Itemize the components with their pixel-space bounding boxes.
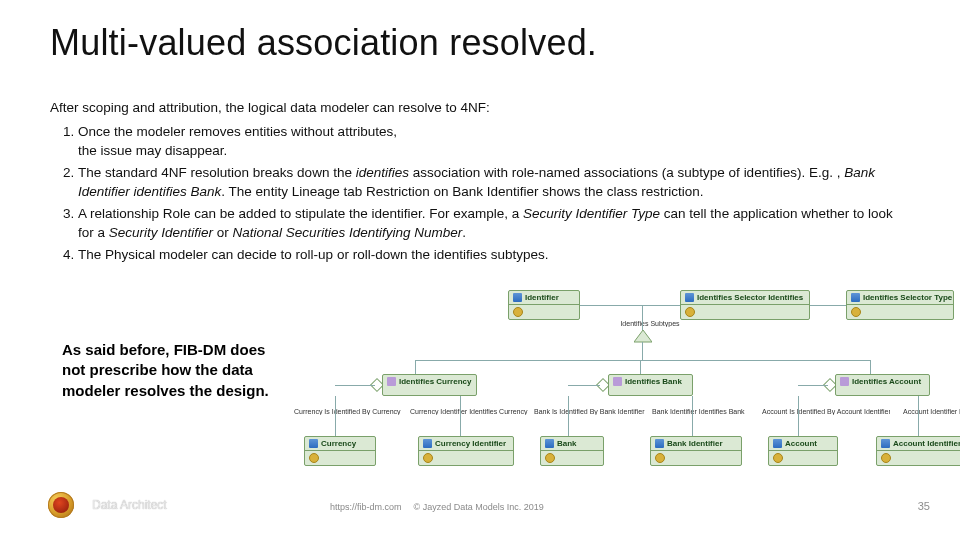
assoc-label: Account Is Identified By Account Identif…: [762, 408, 890, 415]
key-icon: [513, 307, 523, 317]
callout-text: As said before, FIB-DM does not prescrib…: [62, 340, 287, 401]
entity-icon: [773, 439, 782, 448]
entity-icon: [881, 439, 890, 448]
footer-center: https://fib-dm.com © Jayzed Data Models …: [330, 502, 544, 512]
slide-title: Multi-valued association resolved.: [50, 22, 597, 64]
key-icon: [685, 307, 695, 317]
key-icon: [881, 453, 891, 463]
assoc-icon: [840, 377, 849, 386]
key-icon: [309, 453, 319, 463]
connector: [460, 396, 461, 436]
connector: [810, 305, 846, 306]
assoc-label: Currency Is Identified By Currency: [294, 408, 402, 415]
entity-bank: Bank: [540, 436, 604, 466]
entity-currency-identifier: Currency Identifier: [418, 436, 514, 466]
connector: [642, 305, 643, 330]
entity-account-identifier: Account Identifier: [876, 436, 960, 466]
connector: [335, 385, 375, 386]
connector: [692, 396, 693, 436]
entity-identifies-currency: Identifies Currency: [382, 374, 477, 396]
connector: [642, 342, 643, 360]
list-item: The standard 4NF resolution breaks down …: [78, 163, 910, 202]
list-item: Once the modeler removes entities withou…: [78, 122, 910, 161]
footer: Data Architect https://fib-dm.com © Jayz…: [0, 496, 960, 522]
connector: [798, 385, 828, 386]
connector: [568, 396, 569, 436]
entity-selector-type: Identifies Selector Type: [846, 290, 954, 320]
connector: [580, 305, 680, 306]
entity-selector-identifies: Identifies Selector Identifies: [680, 290, 810, 320]
er-diagram: Identifier Identifies Subtypes Identifie…: [300, 290, 960, 480]
entity-icon: [655, 439, 664, 448]
connector: [918, 396, 919, 436]
page-number: 35: [918, 500, 930, 512]
numbered-list: Once the modeler removes entities withou…: [50, 122, 910, 265]
entity-icon: [513, 293, 522, 302]
badge-icon: [48, 492, 74, 518]
entity-icon: [309, 439, 318, 448]
connector: [568, 385, 600, 386]
list-item: The Physical modeler can decide to roll-…: [78, 245, 910, 265]
connector: [415, 360, 416, 374]
key-icon: [851, 307, 861, 317]
assoc-icon: [613, 377, 622, 386]
entity-identifier: Identifier: [508, 290, 580, 320]
key-icon: [773, 453, 783, 463]
entity-icon: [851, 293, 860, 302]
connector: [415, 360, 870, 361]
label-identifies-subtypes: Identifies Subtypes: [605, 320, 695, 327]
assoc-label: Bank Identifier Identifies Bank: [652, 408, 758, 415]
footer-copyright: © Jayzed Data Models Inc. 2019: [414, 502, 544, 512]
footer-url: https://fib-dm.com: [330, 502, 402, 512]
entity-identifies-bank: Identifies Bank: [608, 374, 693, 396]
intro-line: After scoping and attribution, the logic…: [50, 98, 910, 118]
entity-icon: [545, 439, 554, 448]
body-text: After scoping and attribution, the logic…: [50, 98, 910, 267]
assoc-label: Bank Is Identified By Bank Identifier: [534, 408, 646, 415]
connector: [640, 360, 641, 374]
entity-currency: Currency: [304, 436, 376, 466]
key-icon: [655, 453, 665, 463]
subtype-triangle-icon: [634, 330, 652, 344]
connector: [798, 396, 799, 436]
connector: [870, 360, 871, 374]
entity-account: Account: [768, 436, 838, 466]
entity-identifies-account: Identifies Account: [835, 374, 930, 396]
key-icon: [423, 453, 433, 463]
footer-role: Data Architect: [92, 498, 167, 512]
connector: [335, 396, 336, 436]
assoc-icon: [387, 377, 396, 386]
slide: Multi-valued association resolved. After…: [0, 0, 960, 540]
list-item: A relationship Role can be added to stip…: [78, 204, 910, 243]
assoc-label: Currency Identifier Identifies Currency: [410, 408, 528, 415]
entity-icon: [685, 293, 694, 302]
entity-icon: [423, 439, 432, 448]
entity-bank-identifier: Bank Identifier: [650, 436, 742, 466]
assoc-label: Account Identifier Identifies Account: [894, 408, 960, 415]
svg-marker-0: [634, 330, 652, 342]
key-icon: [545, 453, 555, 463]
